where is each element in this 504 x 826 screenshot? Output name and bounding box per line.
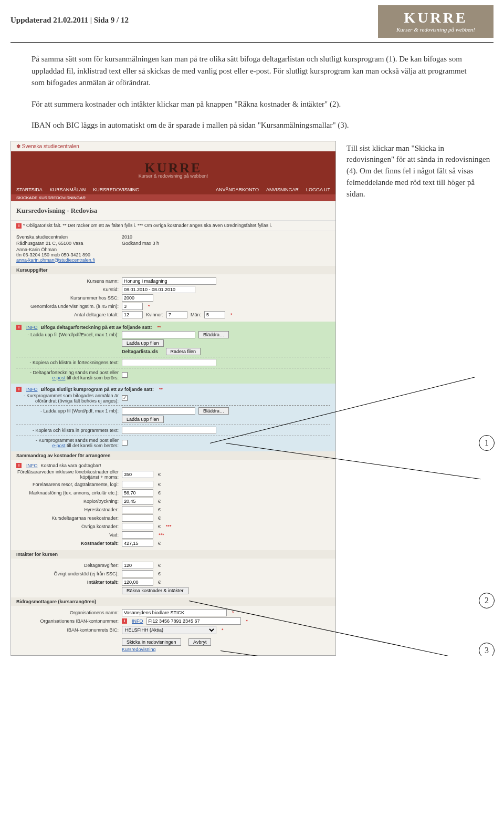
- delt-total-input[interactable]: [122, 311, 143, 318]
- cost1-label: Föreläsararvoden inklusive lönebikostnad…: [16, 469, 119, 480]
- attach-prog-heading: Bifoga slutligt kursprogram på ett av fö…: [41, 387, 154, 392]
- brand-tagline: Kurser & redovisning på webben!: [387, 26, 484, 33]
- tim-input[interactable]: [122, 303, 143, 310]
- callout-2: 2: [479, 593, 495, 608]
- page-updated: Uppdaterad 21.02.2011 | Sida 9 / 12: [10, 5, 129, 25]
- cost2-input[interactable]: [122, 481, 153, 488]
- kurstid-input[interactable]: [122, 286, 195, 293]
- kurstid-label: Kurstid:: [16, 287, 119, 292]
- paragraph-1: På samma sätt som för kursanmälningen ka…: [0, 53, 504, 89]
- info-icon: i: [16, 325, 22, 330]
- section-kursuppgifter: Kursuppgifter: [11, 266, 335, 274]
- callout-1: 1: [479, 435, 495, 451]
- cost5-label: Hyreskostnader:: [16, 507, 119, 512]
- kvinnor-label: Kvinnor:: [146, 312, 163, 317]
- post-delt-checkbox[interactable]: [122, 372, 128, 378]
- orgname-input[interactable]: [122, 609, 227, 616]
- kvinnor-input[interactable]: [166, 311, 187, 318]
- paragraph-2: För att summera kostnader och intäkter k…: [0, 98, 504, 110]
- vad-input[interactable]: [122, 531, 153, 539]
- calc-button[interactable]: Räkna kostnader & intäkter: [122, 587, 188, 594]
- paste-prog-label: - Kopiera och klistra in programmets tex…: [16, 428, 119, 433]
- side-paragraph: Till sist klickar man "Skicka in redovis…: [346, 143, 494, 200]
- info-link[interactable]: INFO: [26, 463, 38, 468]
- section-costs: Sammandrag av kostnader för arrangören: [11, 451, 335, 460]
- inc1-label: Deltagaravgifter:: [16, 563, 119, 568]
- cost7-label: Övriga kostnader:: [16, 524, 119, 529]
- app-banner: KURRE Kurser & redovisning på webben!: [11, 151, 335, 185]
- cost4-input[interactable]: [122, 498, 153, 505]
- cancel-button[interactable]: Avbryt: [188, 638, 211, 646]
- nav-logout[interactable]: LOGGA UT: [306, 187, 330, 192]
- brand-badge: KURRE Kurser & redovisning på webben!: [378, 5, 494, 38]
- legend-bar: i* Obligatoriskt fält. ** Det räcker om …: [11, 220, 335, 231]
- nav-kursanmalan[interactable]: KURSANMÄLAN: [50, 187, 86, 192]
- man-input[interactable]: [204, 311, 225, 318]
- info-icon: i: [16, 463, 22, 468]
- paste-prog-input[interactable]: [122, 427, 216, 434]
- cost6-label: Kursdeltagarnas resekostnader:: [16, 515, 119, 521]
- cost-total: [122, 540, 153, 547]
- cost3-label: Marknadsföring (tex. annons, cirkulär et…: [16, 490, 119, 495]
- page-title: Kursredovisning - Redovisa: [11, 201, 335, 220]
- tim-label: Genomförda undervisningstim. (à 45 min):: [16, 304, 119, 309]
- paste-delt-label: - Kopiera och klistra in förteckningens …: [16, 360, 119, 365]
- kursnr-label: Kursnummer hos SSC:: [16, 295, 119, 301]
- nav-anvisningar[interactable]: ANVISNINGAR: [266, 187, 299, 192]
- back-link[interactable]: Kursredovisning: [122, 647, 156, 652]
- iban-input[interactable]: [146, 617, 241, 625]
- cost-info-text: Kostnad ska vara godtagbar!: [41, 463, 101, 468]
- cost6-input[interactable]: [122, 514, 153, 522]
- post-delt-label: - Deltagarförteckning sänds med post ell…: [16, 370, 119, 380]
- header-rule: [10, 42, 494, 43]
- info-link[interactable]: INFO: [26, 387, 38, 392]
- nav-startsida[interactable]: STARTSIDA: [16, 187, 43, 192]
- org-contact: Anna-Karin Öhmantfn 06-3204 150 mob 050-…: [16, 247, 119, 263]
- browse-delt-button[interactable]: Bläddra…: [198, 331, 229, 338]
- post-prog-checkbox[interactable]: [122, 440, 128, 446]
- org-email-link[interactable]: anna-karin.ohman@studiecentralen.fi: [16, 257, 95, 263]
- upload-prog-path[interactable]: [122, 407, 195, 415]
- kursnr-input[interactable]: [122, 294, 153, 302]
- inc-total-label: Intäkter totalt:: [16, 580, 119, 585]
- app-tagline: Kurser & redovisning på webben!: [139, 173, 208, 179]
- submit-button[interactable]: Skicka in redovisningen: [122, 638, 181, 646]
- inc1-input[interactable]: [122, 562, 153, 569]
- iban-label: Organisationens IBAN-kontonummer:: [16, 618, 119, 624]
- bic-select[interactable]: HELSFIHH (Aktia): [122, 626, 216, 634]
- nav-konto[interactable]: ANVÄNDARKONTO: [216, 187, 259, 192]
- attach-participants-section: iINFO Bifoga deltagarförteckning på ett …: [11, 322, 335, 384]
- app-subnav[interactable]: SKICKADE KURSREDOVISNINGAR: [11, 194, 335, 201]
- app-nav: STARTSIDA KURSANMÄLAN KURSREDOVISNING AN…: [11, 185, 335, 194]
- uploaded-file-name: Deltagarlista.xls: [122, 349, 158, 354]
- orgname-label: Organisationens namn:: [16, 610, 119, 615]
- org-info-block: Svenska studiecentralen2010 Rådhusgatan …: [11, 231, 335, 266]
- vad-label: Vad:: [16, 532, 119, 538]
- app-org-bar: ✽ Svenska studiecentralen: [11, 141, 335, 151]
- upload-delt-button[interactable]: Ladda upp filen: [122, 339, 164, 347]
- kurs-name-label: Kursens namn:: [16, 278, 119, 284]
- upload-prog-button[interactable]: Ladda upp filen: [122, 416, 164, 423]
- attach-delt-heading: Bifoga deltagarförteckning på ett av föl…: [41, 325, 152, 330]
- app-screenshot: ✽ Svenska studiecentralen KURRE Kurser &…: [10, 141, 336, 656]
- info-link[interactable]: INFO: [132, 618, 143, 624]
- cost5-input[interactable]: [122, 506, 153, 513]
- info-link[interactable]: INFO: [26, 325, 38, 330]
- cost7-input[interactable]: [122, 523, 153, 530]
- paragraph-3: IBAN och BIC läggs in automatiskt om de …: [0, 119, 504, 131]
- browse-prog-button[interactable]: Bläddra…: [198, 407, 229, 415]
- kurs-name-input[interactable]: [122, 277, 216, 285]
- prog-same-checkbox[interactable]: [122, 395, 128, 401]
- cost4-label: Kopior/tryckning:: [16, 499, 119, 504]
- inc-total: [122, 579, 153, 586]
- delete-file-button[interactable]: Radera filen: [166, 348, 201, 355]
- inc2-input[interactable]: [122, 570, 153, 577]
- upload-delt-path[interactable]: [122, 331, 195, 338]
- section-income: Intäkter för kursen: [11, 550, 335, 559]
- bic-label: IBAN-kontonumrets BIC:: [16, 627, 119, 633]
- cost1-input[interactable]: [122, 471, 153, 478]
- nav-kursredovisning[interactable]: KURSREDOVISNING: [93, 187, 139, 192]
- section-recipient: Bidragsmottagare (kursarrangören): [11, 597, 335, 606]
- cost3-input[interactable]: [122, 489, 153, 497]
- paste-delt-input[interactable]: [122, 359, 216, 366]
